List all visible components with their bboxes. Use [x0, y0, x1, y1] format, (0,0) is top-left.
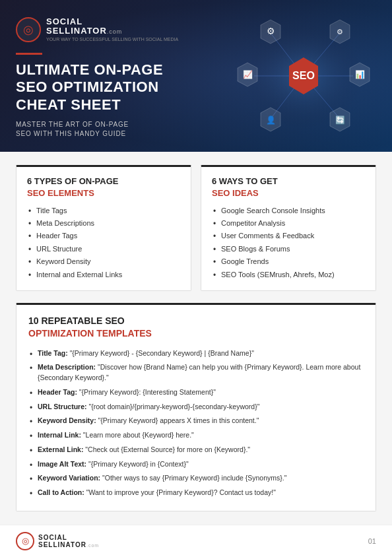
- template-item-2: Header Tag: "{Primary Keyword}: {Interes…: [28, 385, 364, 400]
- list-item: SEO Blogs & Forums: [212, 243, 365, 255]
- list-item: Keyword Density: [27, 255, 180, 268]
- logo-icon: ◎: [16, 17, 41, 42]
- footer: ◎ SOCIALSELLINATOR.com 01: [0, 525, 392, 555]
- list-item: Google Search Console Insights: [212, 205, 365, 217]
- main-content: 6 TYPES OF ON-PAGE SEO ELEMENTS Title Ta…: [0, 152, 392, 525]
- template-label-8: Keyword Variation:: [38, 474, 100, 482]
- footer-logo-icon: ◎: [16, 532, 34, 550]
- list-item: User Comments & Feedback: [212, 230, 365, 242]
- svg-text:📊: 📊: [355, 69, 365, 79]
- template-text-5: "Learn more about {Keyword} here.": [83, 431, 194, 439]
- card1-title-red: SEO ELEMENTS: [27, 188, 180, 198]
- template-label-6: External Link:: [38, 445, 83, 453]
- logo-tagline: YOUR WAY TO SUCCESSFUL SELLING WITH SOCI…: [46, 37, 178, 42]
- template-text-8: "Other ways to say {Primary Keyword} inc…: [102, 474, 286, 482]
- svg-text:⚙: ⚙: [337, 28, 343, 36]
- list-item: Google Trends: [212, 255, 365, 268]
- template-item-3: URL Structure: "{root domain}/{primary-k…: [28, 400, 364, 414]
- header-left: ◎ SOCIAL SELLINATOR.com YOUR WAY TO SUCC…: [0, 0, 216, 152]
- footer-page-number: 01: [368, 537, 376, 545]
- svg-text:⚙: ⚙: [267, 26, 275, 36]
- template-text-6: "Check out {External Source} for more on…: [85, 445, 250, 453]
- title-line2: SEO OPTIMIZATION: [16, 79, 159, 95]
- subtitle-line1: MASTER THE ART OF ON-PAGE: [16, 121, 129, 128]
- footer-logo-text: SOCIALSELLINATOR.com: [38, 534, 99, 548]
- template-item-4: Keyword Density: "{Primary Keyword} appe…: [28, 414, 364, 428]
- template-label-7: Image Alt Text:: [38, 460, 86, 468]
- title-line3: CHEAT SHEET: [16, 96, 121, 113]
- list-item: Internal and External Links: [27, 269, 180, 281]
- svg-text:📈: 📈: [243, 69, 253, 79]
- logo-main-text: SOCIAL SELLINATOR.com: [46, 17, 178, 36]
- red-accent-bar: [16, 53, 42, 55]
- template-label-0: Title Tag:: [38, 349, 68, 357]
- template-label-1: Meta Description:: [38, 363, 96, 371]
- logo-area: ◎ SOCIAL SELLINATOR.com YOUR WAY TO SUCC…: [16, 17, 203, 42]
- svg-text:👤: 👤: [266, 115, 276, 125]
- list-item: Title Tags: [27, 205, 180, 217]
- card1-list: Title Tags Meta Descriptions Header Tags…: [27, 205, 180, 281]
- card2-list: Google Search Console Insights Competito…: [212, 205, 365, 281]
- subtitle-line2: SEO WITH THIS HANDY GUIDE: [16, 130, 126, 137]
- footer-logo-main: SOCIALSELLINATOR.com: [38, 534, 99, 548]
- template-text-0: "{Primary Keyword} - {Secondary Keyword}…: [70, 349, 254, 357]
- template-text-4: "{Primary Keyword} appears X times in th…: [98, 416, 259, 424]
- card2-title-red: SEO IDEAS: [212, 188, 365, 198]
- cards-row: 6 TYPES OF ON-PAGE SEO ELEMENTS Title Ta…: [16, 165, 376, 291]
- header: ◎ SOCIAL SELLINATOR.com YOUR WAY TO SUCC…: [0, 0, 392, 152]
- list-item: Meta Descriptions: [27, 217, 180, 230]
- template-text-3: "{root domain}/{primary-keyword}-{second…: [88, 403, 259, 410]
- template-label-9: Call to Action:: [38, 488, 84, 496]
- header-content: ◎ SOCIAL SELLINATOR.com YOUR WAY TO SUCC…: [0, 0, 392, 152]
- card1-title: 6 TYPES OF ON-PAGE: [27, 176, 180, 187]
- template-label-2: Header Tag:: [38, 388, 77, 396]
- header-right: SEO ⚙ ⚙ 📊 🔄 👤 📈: [216, 0, 392, 152]
- template-label-5: Internal Link:: [38, 431, 81, 439]
- seo-graphic: SEO ⚙ ⚙ 📊 🔄 👤 📈: [231, 10, 376, 142]
- footer-logo: ◎ SOCIALSELLINATOR.com: [16, 532, 99, 550]
- template-item-5: Internal Link: "Learn more about {Keywor…: [28, 428, 364, 443]
- list-item: URL Structure: [27, 243, 180, 255]
- list-item: SEO Tools (SEMrush, Ahrefs, Moz): [212, 269, 365, 281]
- template-item-1: Meta Description: "Discover how {Brand N…: [28, 360, 364, 385]
- templates-list: Title Tag: "{Primary Keyword} - {Seconda…: [28, 346, 364, 500]
- template-text-2: "{Primary Keyword}: {Interesting Stateme…: [79, 388, 216, 396]
- header-subtitle: MASTER THE ART OF ON-PAGE SEO WITH THIS …: [16, 120, 203, 139]
- title-line1: ULTIMATE ON-PAGE: [16, 61, 163, 78]
- template-item-9: Call to Action: "Want to improve your {P…: [28, 486, 364, 500]
- template-item-0: Title Tag: "{Primary Keyword} - {Seconda…: [28, 346, 364, 361]
- svg-text:🔄: 🔄: [335, 115, 345, 125]
- list-item: Competitor Analysis: [212, 217, 365, 230]
- logo-sellinator: SELLINATOR: [46, 26, 107, 36]
- templates-title-red: OPTIMIZATION TEMPLATES: [28, 328, 364, 339]
- card2-title: 6 WAYS TO GET: [212, 176, 365, 187]
- template-label-3: URL Structure:: [38, 403, 86, 410]
- template-item-6: External Link: "Check out {External Sour…: [28, 443, 364, 457]
- list-item: Header Tags: [27, 230, 180, 242]
- template-item-7: Image Alt Text: "{Primary Keyword} in {C…: [28, 457, 364, 472]
- logo-text: SOCIAL SELLINATOR.com YOUR WAY TO SUCCES…: [46, 17, 178, 42]
- svg-text:SEO: SEO: [292, 70, 315, 81]
- logo-dot: .com: [107, 28, 123, 35]
- logo-social: SOCIAL: [46, 16, 82, 26]
- main-title: ULTIMATE ON-PAGE SEO OPTIMIZATION CHEAT …: [16, 61, 203, 114]
- card-seo-elements: 6 TYPES OF ON-PAGE SEO ELEMENTS Title Ta…: [16, 165, 191, 291]
- template-item-8: Keyword Variation: "Other ways to say {P…: [28, 471, 364, 486]
- template-text-9: "Want to improve your {Primary Keyword}?…: [86, 488, 276, 496]
- template-label-4: Keyword Density:: [38, 416, 96, 424]
- card-seo-ideas: 6 WAYS TO GET SEO IDEAS Google Search Co…: [201, 165, 376, 291]
- templates-card: 10 REPEATABLE SEO OPTIMIZATION TEMPLATES…: [16, 303, 376, 511]
- template-text-7: "{Primary Keyword} in {Context}": [88, 460, 189, 468]
- templates-title: 10 REPEATABLE SEO: [28, 315, 364, 327]
